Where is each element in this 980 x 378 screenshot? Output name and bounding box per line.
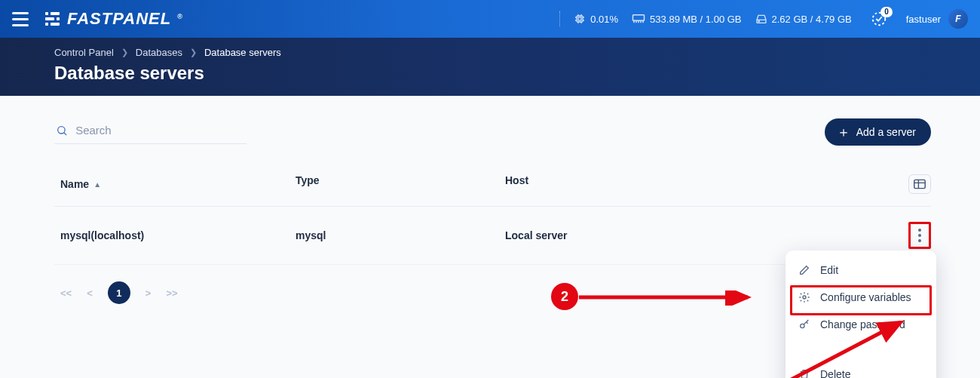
page-last-button[interactable]: >> xyxy=(166,287,177,299)
stat-memory-value: 533.89 MB / 1.00 GB xyxy=(650,14,741,25)
chevron-right-icon: ❯ xyxy=(190,48,197,57)
svg-rect-2 xyxy=(633,15,645,21)
breadcrumb: Control Panel ❯ Databases ❯ Database ser… xyxy=(54,47,980,58)
gear-icon xyxy=(798,291,811,303)
row-actions-button[interactable] xyxy=(908,222,931,249)
menu-item-label: Delete xyxy=(820,368,850,378)
menu-item-edit[interactable]: Edit xyxy=(786,257,936,284)
brand-logo[interactable]: FASTPANEL ® xyxy=(45,9,183,29)
content-toolbar: ＋ Add a server xyxy=(54,118,931,146)
menu-item-label: Change password xyxy=(820,318,905,330)
menu-item-change-password[interactable]: Change password xyxy=(786,311,936,338)
key-icon xyxy=(798,318,811,330)
page-next-button[interactable]: > xyxy=(145,287,152,299)
table-grid-icon xyxy=(914,179,926,189)
stat-disk-value: 2.62 GB / 4.79 GB xyxy=(772,14,852,25)
cell-name: mysql(localhost) xyxy=(60,229,296,241)
page-first-button[interactable]: << xyxy=(60,287,72,299)
search-input[interactable] xyxy=(75,124,247,137)
page-prev-button[interactable]: < xyxy=(87,287,93,299)
svg-point-4 xyxy=(758,21,759,22)
top-bar: FASTPANEL ® 0.01% 533.89 MB / 1.00 GB 2.… xyxy=(0,0,980,38)
trash-icon xyxy=(798,368,811,378)
svg-rect-7 xyxy=(914,180,925,188)
cpu-chip-icon xyxy=(574,13,586,25)
page-current[interactable]: 1 xyxy=(108,281,130,304)
svg-rect-1 xyxy=(578,17,581,20)
username-label: fastuser xyxy=(906,14,941,25)
column-header-type[interactable]: Type xyxy=(296,174,505,194)
memory-icon xyxy=(632,14,645,24)
breadcrumb-item[interactable]: Databases xyxy=(136,47,182,58)
stat-cpu: 0.01% xyxy=(574,13,618,25)
chevron-right-icon: ❯ xyxy=(121,48,128,57)
cell-type: mysql xyxy=(296,229,505,241)
sort-asc-icon: ▲ xyxy=(93,180,101,189)
menu-item-delete[interactable]: Delete xyxy=(786,361,936,378)
svg-rect-0 xyxy=(577,16,583,22)
column-header-name[interactable]: Name ▲ xyxy=(60,174,296,194)
row-actions-menu: Edit Configure variables Change password… xyxy=(786,250,936,378)
search-field[interactable] xyxy=(54,121,247,144)
breadcrumb-item[interactable]: Control Panel xyxy=(54,47,114,58)
plus-icon: ＋ xyxy=(837,127,850,137)
content-area: ＋ Add a server Name ▲ Type Host mysql(lo… xyxy=(0,96,980,304)
stat-cpu-value: 0.01% xyxy=(590,14,618,25)
page-header: Control Panel ❯ Databases ❯ Database ser… xyxy=(0,38,980,96)
breadcrumb-current: Database servers xyxy=(204,47,281,58)
pagination: << < 1 > >> xyxy=(60,281,178,304)
stat-disk: 2.62 GB / 4.79 GB xyxy=(755,13,852,25)
columns-settings-button[interactable] xyxy=(908,174,931,194)
svg-point-9 xyxy=(801,324,804,327)
brand-trademark: ® xyxy=(177,13,183,20)
annotation-marker-2: 2 xyxy=(551,283,578,310)
menu-item-configure-variables[interactable]: Configure variables xyxy=(786,284,936,311)
svg-point-8 xyxy=(803,296,806,299)
menu-toggle-button[interactable] xyxy=(12,12,29,26)
notifications-button[interactable]: 0 xyxy=(868,8,890,29)
notifications-count: 0 xyxy=(880,7,893,17)
avatar: F xyxy=(948,9,968,29)
column-header-host[interactable]: Host xyxy=(505,174,901,194)
stat-memory: 533.89 MB / 1.00 GB xyxy=(632,14,741,25)
search-icon xyxy=(56,124,68,137)
brand-glyph-icon xyxy=(45,12,60,26)
svg-point-6 xyxy=(58,126,65,133)
brand-text: FASTPANEL xyxy=(67,9,171,29)
add-server-button[interactable]: ＋ Add a server xyxy=(825,118,931,146)
edit-icon xyxy=(798,264,811,276)
menu-item-label: Configure variables xyxy=(820,291,911,303)
add-server-label: Add a server xyxy=(856,126,916,138)
table-header: Name ▲ Type Host xyxy=(54,146,931,207)
cell-host: Local server xyxy=(505,229,901,241)
disk-icon xyxy=(755,13,767,25)
menu-item-label: Edit xyxy=(820,264,838,276)
user-menu[interactable]: fastuser F xyxy=(906,9,968,29)
more-vertical-icon xyxy=(918,229,921,242)
page-title: Database servers xyxy=(54,63,980,84)
